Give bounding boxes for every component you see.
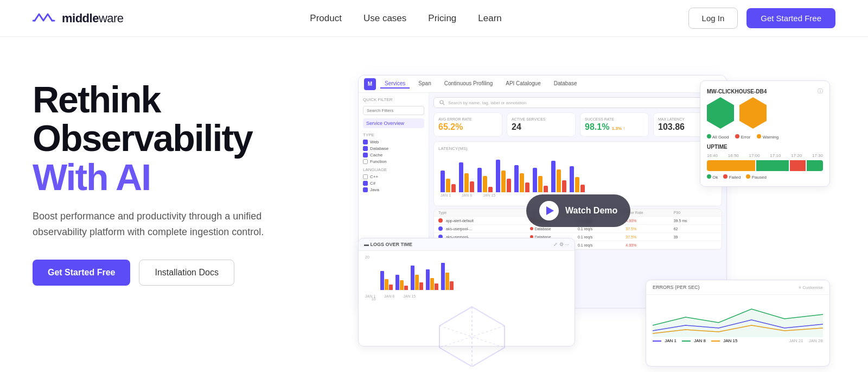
log-x-jan8: JAN 8: [384, 294, 394, 298]
tab-database[interactable]: Database: [550, 79, 582, 89]
hero-section: Rethink Observability With AI Boost perf…: [0, 37, 868, 372]
hero-get-started-button[interactable]: Get Started Free: [33, 260, 130, 286]
logs-topbar: ▬ LOGS OVER TIME ⤢ ⚙ ···: [359, 238, 575, 251]
uptime-label: UPTIME: [707, 144, 823, 150]
logo-icon: [33, 10, 56, 27]
filter-csharp[interactable]: C#: [363, 181, 424, 186]
metrics-row: AVG ERROR RATE 65.2% ACTIVE SERVICES 24 …: [433, 112, 722, 137]
hex-icons: [707, 97, 823, 129]
get-started-button[interactable]: Get Started Free: [746, 8, 835, 28]
info-icon: ⓘ: [818, 87, 823, 95]
errors-legend: JAN 1 JAN 8 JAN 15 JAN 21 JAN 28: [646, 338, 829, 346]
filter-cpp[interactable]: C++: [363, 174, 424, 179]
metric-success-rate: SUCCESS RATE 98.1% 1.3% ↑: [580, 112, 649, 137]
logo-text: middleware: [62, 11, 124, 26]
filter-web[interactable]: Web: [363, 140, 424, 144]
nav-use-cases[interactable]: Use cases: [363, 13, 406, 24]
hero-buttons: Get Started Free Installation Docs: [33, 260, 347, 286]
watch-demo-button[interactable]: Watch Demo: [526, 194, 630, 227]
uptime-seg-red: [790, 160, 806, 171]
tab-profiling[interactable]: Continuous Profiling: [440, 79, 497, 89]
logs-title: ▬ LOGS OVER TIME: [364, 242, 412, 247]
filter-function[interactable]: Function: [363, 159, 424, 164]
logs-controls: ⤢ ⚙ ···: [553, 242, 569, 247]
uptime-legend: All Good Error Warning: [707, 134, 823, 140]
hero-install-docs-button[interactable]: Installation Docs: [139, 260, 234, 286]
errors-topbar: ERRORS (PER SEC) ≡ Customise: [646, 280, 829, 295]
metric-active-services: ACTIVE SERVICES 24: [507, 112, 576, 137]
hex-green: [707, 97, 734, 129]
tab-span[interactable]: Span: [414, 79, 435, 89]
nav-product[interactable]: Product: [310, 13, 342, 24]
svg-line-1: [443, 104, 444, 105]
nav-pricing[interactable]: Pricing: [428, 13, 456, 24]
language-label: Language: [363, 167, 424, 172]
errors-panel: ERRORS (PER SEC) ≡ Customise JAN 1: [646, 280, 830, 367]
uptime-seg-green2: [807, 160, 823, 171]
hero-ai-title: With AI: [33, 158, 347, 197]
server-name: MW-CLICKHOUSE-DB4: [707, 89, 767, 94]
tab-services[interactable]: Services: [380, 79, 410, 89]
quick-filter-label: QUICK FILTER: [363, 97, 424, 102]
nav-actions: Log In Get Started Free: [688, 8, 835, 29]
watch-demo-label: Watch Demo: [565, 206, 617, 216]
uptime-seg-orange: [707, 160, 755, 171]
metric-error-rate: AVG ERROR RATE 65.2%: [433, 112, 502, 137]
login-button[interactable]: Log In: [688, 8, 738, 29]
uptime-panel: MW-CLICKHOUSE-DB4 ⓘ All Good Error Warni…: [700, 80, 830, 187]
nav-links: Product Use cases Pricing Learn: [310, 13, 501, 24]
filter-cache[interactable]: Cache: [363, 153, 424, 157]
search-filters-input[interactable]: [363, 106, 424, 115]
hero-left: Rethink Observability With AI Boost perf…: [33, 70, 347, 286]
uptime-legend2: Ok Failed Paused: [707, 174, 823, 180]
customise-btn[interactable]: ≡ Customise: [799, 285, 823, 290]
type-label: Type: [363, 133, 424, 137]
tab-api[interactable]: API Catalogue: [501, 79, 545, 89]
dashboard-topbar: M Services Span Continuous Profiling API…: [359, 75, 726, 93]
filter-java[interactable]: Java: [363, 187, 424, 192]
svg-marker-2: [653, 309, 823, 337]
uptime-times: 16:4016:5017:0017:1017:2017:30: [707, 153, 823, 158]
dashboard-search-bar[interactable]: Search by name, tag, label or annotation: [433, 97, 722, 108]
hero-title: Rethink Observability With AI: [33, 80, 347, 197]
hero-description: Boost performance and productivity throu…: [33, 209, 293, 240]
hex-orange: [739, 97, 767, 129]
uptime-bar: [707, 160, 823, 171]
errors-chart: [646, 295, 829, 338]
play-icon-wrapper: [539, 201, 559, 220]
cube-decoration: [434, 301, 510, 367]
hero-right: M Services Span Continuous Profiling API…: [347, 70, 835, 372]
log-x-jan15: JAN 15: [403, 294, 416, 298]
uptime-seg-green: [756, 160, 788, 171]
nav-learn[interactable]: Learn: [478, 13, 501, 24]
navbar: middleware Product Use cases Pricing Lea…: [0, 0, 868, 37]
svg-point-0: [440, 100, 443, 104]
filter-database[interactable]: Database: [363, 146, 424, 151]
play-icon: [546, 206, 554, 215]
errors-title: ERRORS (PER SEC): [653, 285, 700, 290]
dashboard-logo: M: [364, 78, 376, 90]
logo[interactable]: middleware: [33, 10, 124, 27]
sidebar-service-overview[interactable]: Service Overview: [363, 118, 424, 128]
